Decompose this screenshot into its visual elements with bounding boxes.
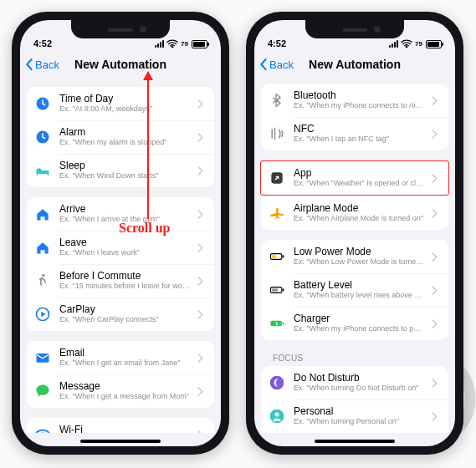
airplane-icon xyxy=(268,204,286,222)
charger-icon xyxy=(268,314,286,333)
chevron-right-icon xyxy=(432,130,440,139)
row-title: Sleep xyxy=(59,160,190,172)
chevron-right-icon xyxy=(432,412,440,421)
phone-screen-left: 4:52 79 Back New Automation xyxy=(20,20,221,446)
nav-bar: Back New Automation xyxy=(20,50,221,79)
trigger-charger[interactable]: ChargerEx. "When my iPhone connects to p… xyxy=(261,307,448,340)
home-indicator[interactable] xyxy=(80,440,161,443)
chevron-right-icon xyxy=(197,277,206,286)
carplay-icon xyxy=(33,305,52,323)
annotation-highlight-box: AppEx. "When "Weather" is opened or clos… xyxy=(260,160,449,196)
row-title: App xyxy=(294,168,424,180)
row-title: Arrive xyxy=(59,204,190,216)
trigger-list[interactable]: BluetoothEx. "When my iPhone connects to… xyxy=(254,79,455,433)
page-title: New Automation xyxy=(309,58,401,71)
trigger-personal[interactable]: PersonalEx. "When turning Personal on" xyxy=(261,399,448,433)
app-icon xyxy=(268,169,286,187)
battery-icon xyxy=(192,40,207,48)
chevron-right-icon xyxy=(197,310,206,319)
bluetooth-icon xyxy=(268,91,286,109)
row-title: Airplane Mode xyxy=(294,203,424,215)
trigger-sleep[interactable]: SleepEx. "When Wind Down starts" xyxy=(27,154,214,187)
battery-percent: 79 xyxy=(181,40,188,48)
chevron-right-icon xyxy=(432,252,440,262)
trigger-message[interactable]: MessageEx. "When I get a message from Mo… xyxy=(27,374,214,408)
chevron-right-icon xyxy=(432,209,440,218)
row-subtitle: Ex. "When Airplane Mode is turned on" xyxy=(294,215,424,223)
row-title: Low Power Mode xyxy=(294,247,424,258)
row-subtitle: Ex. "When battery level rises above 50%" xyxy=(294,292,424,300)
chevron-right-icon xyxy=(197,210,206,219)
phone-frame-right: 4:52 79 Back New Automation xyxy=(246,12,463,455)
trigger-carplay[interactable]: CarPlayEx. "When CarPlay connects" xyxy=(27,298,214,331)
trigger-battery-level[interactable]: Battery LevelEx. "When battery level ris… xyxy=(261,273,448,307)
back-label: Back xyxy=(35,58,59,71)
trigger-app[interactable]: AppEx. "When "Weather" is opened or clos… xyxy=(261,161,448,195)
chevron-right-icon xyxy=(197,243,206,252)
wifi-icon xyxy=(33,425,52,433)
row-title: Battery Level xyxy=(294,280,424,292)
trigger-time-of-day[interactable]: Time of DayEx. "At 8:00 AM, weekdays" xyxy=(27,87,214,120)
chevron-right-icon xyxy=(197,133,206,142)
trigger-alarm[interactable]: AlarmEx. "When my alarm is stopped" xyxy=(27,120,214,154)
trigger-email[interactable]: EmailEx. "When I get an email from Jane" xyxy=(27,341,214,374)
cellular-icon xyxy=(389,40,398,48)
row-title: Charger xyxy=(294,313,424,325)
trigger-list[interactable]: Time of DayEx. "At 8:00 AM, weekdays" Al… xyxy=(20,79,221,433)
page-title: New Automation xyxy=(74,58,166,71)
home-indicator[interactable] xyxy=(315,440,395,443)
row-subtitle: Ex. "When Wind Down starts" xyxy=(59,172,190,181)
notch xyxy=(71,20,170,38)
row-title: Leave xyxy=(59,237,190,249)
row-subtitle: Ex. "When "Weather" is opened or closed" xyxy=(294,180,424,188)
chevron-right-icon xyxy=(432,319,440,328)
row-title: Alarm xyxy=(59,127,190,139)
chevron-right-icon xyxy=(197,387,206,396)
bed-icon xyxy=(33,161,52,180)
clock-icon xyxy=(33,94,52,113)
cellular-icon xyxy=(155,40,164,48)
walk-icon xyxy=(33,272,52,290)
wifi-icon xyxy=(166,39,178,48)
person-icon xyxy=(268,407,286,425)
battery-icon xyxy=(426,40,442,48)
row-title: NFC xyxy=(294,124,424,135)
row-subtitle: Ex. "When I leave work" xyxy=(59,249,190,257)
back-label: Back xyxy=(269,58,294,71)
row-subtitle: Ex. "When Low Power Mode is turned off" xyxy=(294,258,424,267)
trigger-wifi[interactable]: Wi-FiEx. "When my iPhone joins home Wi-F… xyxy=(27,418,214,433)
row-subtitle: Ex. "When my alarm is stopped" xyxy=(59,139,190,147)
trigger-before-commute[interactable]: Before I CommuteEx. "15 minutes before I… xyxy=(27,264,214,298)
row-subtitle: Ex. "15 minutes before I leave for work" xyxy=(59,282,190,291)
row-subtitle: Ex. "When I get a message from Mom" xyxy=(59,393,190,401)
battery-level-icon xyxy=(268,281,286,299)
status-time: 4:52 xyxy=(33,38,52,48)
back-button[interactable]: Back xyxy=(259,50,294,79)
chevron-right-icon xyxy=(432,286,440,295)
chevron-right-icon xyxy=(197,430,206,434)
row-subtitle: Ex. "When my iPhone connects to power" xyxy=(294,325,424,333)
trigger-leave[interactable]: LeaveEx. "When I leave work" xyxy=(27,231,214,264)
row-title: Email xyxy=(59,348,190,359)
section-header-focus: FOCUS xyxy=(261,350,448,364)
row-subtitle: Ex. "When turning Personal on" xyxy=(294,418,424,426)
chevron-right-icon xyxy=(197,99,206,109)
wifi-icon xyxy=(401,39,412,48)
row-title: Bluetooth xyxy=(294,90,424,102)
row-subtitle: Ex. "When CarPlay connects" xyxy=(59,316,190,324)
moon-icon xyxy=(268,374,286,392)
back-button[interactable]: Back xyxy=(25,50,59,79)
trigger-low-power[interactable]: Low Power ModeEx. "When Low Power Mode i… xyxy=(261,240,448,273)
trigger-airplane-mode[interactable]: Airplane ModeEx. "When Airplane Mode is … xyxy=(261,196,448,230)
annotation-scroll-label: Scroll up xyxy=(119,221,171,236)
house-arrive-icon xyxy=(33,205,52,223)
nfc-icon xyxy=(268,125,286,143)
row-title: Wi-Fi xyxy=(59,425,190,433)
row-title: CarPlay xyxy=(59,304,190,316)
trigger-dnd[interactable]: Do Not DisturbEx. "When turning Do Not D… xyxy=(261,366,448,399)
row-title: Do Not Disturb xyxy=(294,373,424,384)
house-leave-icon xyxy=(33,238,52,257)
trigger-bluetooth[interactable]: BluetoothEx. "When my iPhone connects to… xyxy=(261,84,448,117)
row-subtitle: Ex. "When I get an email from Jane" xyxy=(59,359,190,368)
trigger-nfc[interactable]: NFCEx. "When I tap an NFC tag" xyxy=(261,117,448,150)
